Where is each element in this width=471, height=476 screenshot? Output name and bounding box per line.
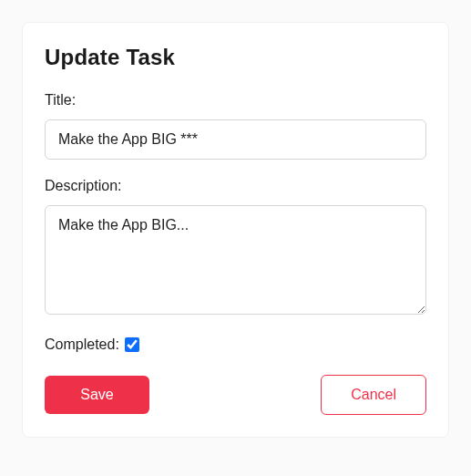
title-group: Title: [45, 92, 426, 160]
description-group: Description: Make the App BIG... [45, 178, 426, 318]
description-label: Description: [45, 178, 426, 194]
completed-row: Completed: [45, 336, 426, 353]
completed-checkbox[interactable] [125, 337, 139, 352]
description-textarea[interactable]: Make the App BIG... [45, 205, 426, 315]
completed-label: Completed: [45, 336, 119, 353]
save-button[interactable]: Save [45, 376, 149, 414]
card-title: Update Task [45, 45, 426, 70]
update-task-card: Update Task Title: Description: Make the… [22, 22, 449, 438]
title-label: Title: [45, 92, 426, 109]
cancel-button[interactable]: Cancel [321, 375, 426, 415]
button-row: Save Cancel [45, 375, 426, 415]
title-input[interactable] [45, 119, 426, 160]
